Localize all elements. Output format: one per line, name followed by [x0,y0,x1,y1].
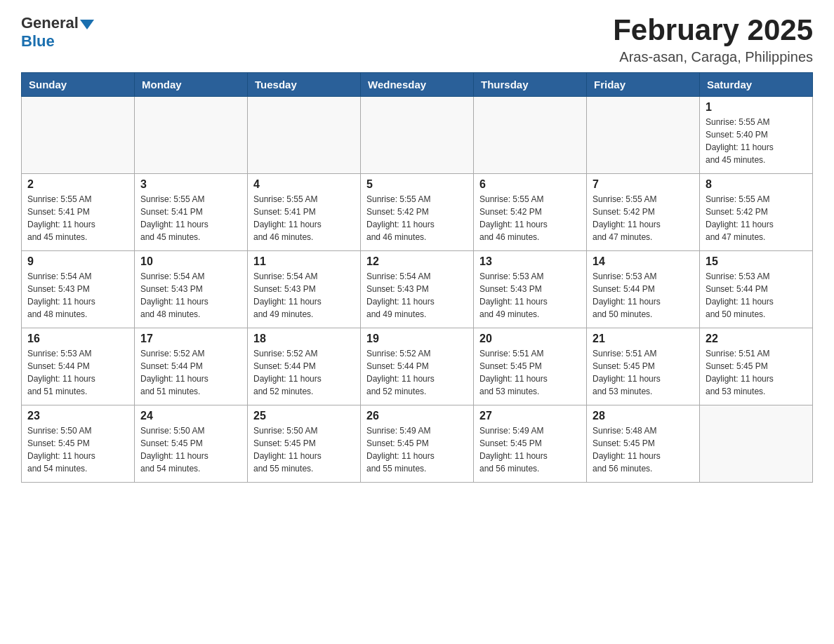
day-info: Sunrise: 5:50 AM Sunset: 5:45 PM Dayligh… [140,424,241,475]
day-number: 24 [140,410,241,422]
calendar-cell [135,97,248,174]
day-info: Sunrise: 5:48 AM Sunset: 5:45 PM Dayligh… [593,424,694,475]
day-info: Sunrise: 5:53 AM Sunset: 5:43 PM Dayligh… [479,270,581,321]
calendar-week-row: 2Sunrise: 5:55 AM Sunset: 5:41 PM Daylig… [22,174,813,251]
day-info: Sunrise: 5:54 AM Sunset: 5:43 PM Dayligh… [27,270,128,321]
calendar-week-row: 1Sunrise: 5:55 AM Sunset: 5:40 PM Daylig… [22,97,813,174]
day-number: 27 [479,410,581,422]
day-info: Sunrise: 5:51 AM Sunset: 5:45 PM Dayligh… [479,347,581,398]
day-number: 25 [253,410,355,422]
calendar-cell: 26Sunrise: 5:49 AM Sunset: 5:45 PM Dayli… [361,405,474,483]
calendar-cell: 16Sunrise: 5:53 AM Sunset: 5:44 PM Dayli… [22,328,135,405]
calendar-cell: 27Sunrise: 5:49 AM Sunset: 5:45 PM Dayli… [474,405,587,483]
calendar-cell: 28Sunrise: 5:48 AM Sunset: 5:45 PM Dayli… [587,405,700,483]
day-info: Sunrise: 5:50 AM Sunset: 5:45 PM Dayligh… [27,424,128,475]
calendar-cell [22,97,135,174]
day-number: 28 [593,410,694,422]
calendar-cell: 1Sunrise: 5:55 AM Sunset: 5:40 PM Daylig… [700,97,813,174]
day-number: 8 [706,178,807,191]
day-info: Sunrise: 5:50 AM Sunset: 5:45 PM Dayligh… [253,424,355,475]
day-number: 21 [593,333,694,345]
calendar-cell: 17Sunrise: 5:52 AM Sunset: 5:44 PM Dayli… [135,328,248,405]
day-info: Sunrise: 5:51 AM Sunset: 5:45 PM Dayligh… [593,347,694,398]
calendar-week-row: 23Sunrise: 5:50 AM Sunset: 5:45 PM Dayli… [22,405,813,483]
calendar-cell: 21Sunrise: 5:51 AM Sunset: 5:45 PM Dayli… [587,328,700,405]
logo-arrow-icon [80,20,94,29]
day-number: 22 [706,333,807,345]
day-info: Sunrise: 5:55 AM Sunset: 5:42 PM Dayligh… [593,193,694,243]
day-info: Sunrise: 5:54 AM Sunset: 5:43 PM Dayligh… [140,270,241,321]
calendar-cell: 13Sunrise: 5:53 AM Sunset: 5:43 PM Dayli… [474,251,587,328]
day-number: 5 [366,178,468,191]
day-info: Sunrise: 5:53 AM Sunset: 5:44 PM Dayligh… [593,270,694,321]
calendar-week-row: 16Sunrise: 5:53 AM Sunset: 5:44 PM Dayli… [22,328,813,405]
day-number: 2 [27,178,128,191]
calendar-cell: 12Sunrise: 5:54 AM Sunset: 5:43 PM Dayli… [361,251,474,328]
calendar-table: SundayMondayTuesdayWednesdayThursdayFrid… [21,72,813,483]
day-info: Sunrise: 5:53 AM Sunset: 5:44 PM Dayligh… [706,270,807,321]
col-header-saturday: Saturday [700,73,813,97]
calendar-cell: 2Sunrise: 5:55 AM Sunset: 5:41 PM Daylig… [22,174,135,251]
day-number: 16 [27,333,128,345]
title-block: February 2025 Aras-asan, Caraga, Philipp… [613,14,813,65]
calendar-cell: 3Sunrise: 5:55 AM Sunset: 5:41 PM Daylig… [135,174,248,251]
day-number: 23 [27,410,128,422]
calendar-cell [361,97,474,174]
logo: General Blue [21,14,94,51]
calendar-cell [474,97,587,174]
day-info: Sunrise: 5:49 AM Sunset: 5:45 PM Dayligh… [479,424,581,475]
day-info: Sunrise: 5:55 AM Sunset: 5:40 PM Dayligh… [706,116,807,166]
calendar-cell: 23Sunrise: 5:50 AM Sunset: 5:45 PM Dayli… [22,405,135,483]
day-number: 14 [593,255,694,268]
day-number: 19 [366,333,468,345]
day-number: 15 [706,255,807,268]
day-info: Sunrise: 5:54 AM Sunset: 5:43 PM Dayligh… [366,270,468,321]
col-header-tuesday: Tuesday [248,73,361,97]
col-header-friday: Friday [587,73,700,97]
month-title: February 2025 [613,14,813,46]
day-number: 3 [140,178,241,191]
day-info: Sunrise: 5:55 AM Sunset: 5:42 PM Dayligh… [479,193,581,243]
col-header-wednesday: Wednesday [361,73,474,97]
day-info: Sunrise: 5:52 AM Sunset: 5:44 PM Dayligh… [366,347,468,398]
day-info: Sunrise: 5:54 AM Sunset: 5:43 PM Dayligh… [253,270,355,321]
calendar-cell: 6Sunrise: 5:55 AM Sunset: 5:42 PM Daylig… [474,174,587,251]
calendar-cell [700,405,813,483]
day-info: Sunrise: 5:55 AM Sunset: 5:41 PM Dayligh… [140,193,241,243]
day-info: Sunrise: 5:49 AM Sunset: 5:45 PM Dayligh… [366,424,468,475]
day-info: Sunrise: 5:55 AM Sunset: 5:42 PM Dayligh… [706,193,807,243]
calendar-cell [587,97,700,174]
day-number: 9 [27,255,128,268]
day-number: 13 [479,255,581,268]
calendar-cell [248,97,361,174]
calendar-cell: 9Sunrise: 5:54 AM Sunset: 5:43 PM Daylig… [22,251,135,328]
calendar-cell: 8Sunrise: 5:55 AM Sunset: 5:42 PM Daylig… [700,174,813,251]
calendar-cell: 24Sunrise: 5:50 AM Sunset: 5:45 PM Dayli… [135,405,248,483]
col-header-thursday: Thursday [474,73,587,97]
day-info: Sunrise: 5:52 AM Sunset: 5:44 PM Dayligh… [140,347,241,398]
day-number: 12 [366,255,468,268]
calendar-cell: 5Sunrise: 5:55 AM Sunset: 5:42 PM Daylig… [361,174,474,251]
calendar-cell: 10Sunrise: 5:54 AM Sunset: 5:43 PM Dayli… [135,251,248,328]
calendar-cell: 14Sunrise: 5:53 AM Sunset: 5:44 PM Dayli… [587,251,700,328]
day-info: Sunrise: 5:55 AM Sunset: 5:41 PM Dayligh… [253,193,355,243]
calendar-cell: 18Sunrise: 5:52 AM Sunset: 5:44 PM Dayli… [248,328,361,405]
day-number: 20 [479,333,581,345]
day-number: 26 [366,410,468,422]
day-number: 1 [706,101,807,114]
day-info: Sunrise: 5:55 AM Sunset: 5:41 PM Dayligh… [27,193,128,243]
col-header-monday: Monday [135,73,248,97]
calendar-cell: 25Sunrise: 5:50 AM Sunset: 5:45 PM Dayli… [248,405,361,483]
day-info: Sunrise: 5:51 AM Sunset: 5:45 PM Dayligh… [706,347,807,398]
day-info: Sunrise: 5:55 AM Sunset: 5:42 PM Dayligh… [366,193,468,243]
calendar-cell: 22Sunrise: 5:51 AM Sunset: 5:45 PM Dayli… [700,328,813,405]
calendar-cell: 19Sunrise: 5:52 AM Sunset: 5:44 PM Dayli… [361,328,474,405]
day-info: Sunrise: 5:52 AM Sunset: 5:44 PM Dayligh… [253,347,355,398]
location-title: Aras-asan, Caraga, Philippines [613,49,813,65]
day-number: 7 [593,178,694,191]
logo-general-text: General [21,14,79,32]
calendar-cell: 20Sunrise: 5:51 AM Sunset: 5:45 PM Dayli… [474,328,587,405]
col-header-sunday: Sunday [22,73,135,97]
page-header: General Blue February 2025 Aras-asan, Ca… [21,14,813,65]
calendar-week-row: 9Sunrise: 5:54 AM Sunset: 5:43 PM Daylig… [22,251,813,328]
